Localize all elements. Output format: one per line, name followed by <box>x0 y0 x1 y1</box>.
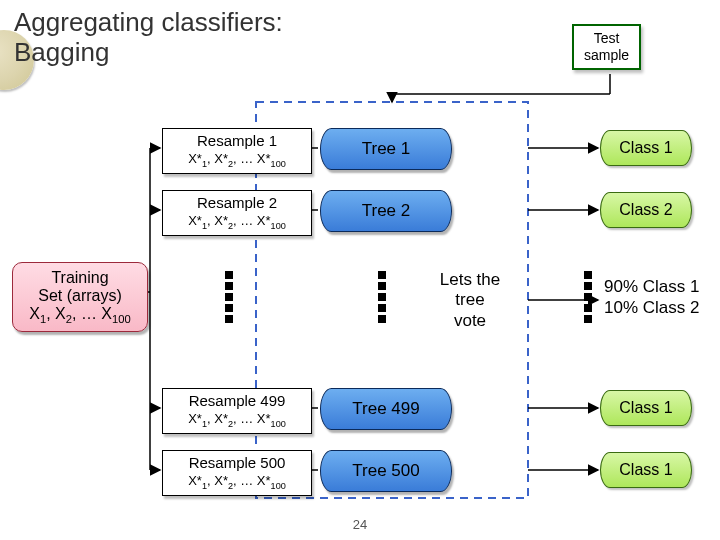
tree-label: Tree 1 <box>362 139 411 158</box>
vertical-ellipsis-right <box>584 268 592 326</box>
resample-vars: X*1, X*2, … X*100 <box>188 473 286 488</box>
tree-label: Tree 500 <box>352 461 419 480</box>
test-sample-l2: sample <box>584 47 629 63</box>
slide-number: 24 <box>0 517 720 532</box>
resample-box-2: Resample 2 X*1, X*2, … X*100 <box>162 190 312 236</box>
test-sample-l1: Test <box>594 30 620 46</box>
resample-title: Resample 2 <box>197 194 277 211</box>
class-label: Class 2 <box>619 201 672 218</box>
vertical-ellipsis-left <box>225 268 233 326</box>
result-l2: 10% Class 2 <box>604 298 699 317</box>
class-box-2: Class 2 <box>600 192 692 228</box>
vote-l2: tree <box>455 290 484 309</box>
resample-box-1: Resample 1 X*1, X*2, … X*100 <box>162 128 312 174</box>
vertical-ellipsis-mid <box>378 268 386 326</box>
vote-l1: Lets the <box>440 270 501 289</box>
title-line-1: Aggregating classifiers: <box>14 7 283 37</box>
resample-vars: X*1, X*2, … X*100 <box>188 411 286 426</box>
class-label: Class 1 <box>619 399 672 416</box>
tree-box-2: Tree 2 <box>320 190 452 232</box>
title-line-2: Bagging <box>14 37 109 67</box>
training-l1: Training <box>51 269 108 286</box>
tree-label: Tree 499 <box>352 399 419 418</box>
resample-vars: X*1, X*2, … X*100 <box>188 213 286 228</box>
tree-box-1: Tree 1 <box>320 128 452 170</box>
resample-title: Resample 499 <box>189 392 286 409</box>
vote-l3: vote <box>454 311 486 330</box>
tree-box-500: Tree 500 <box>320 450 452 492</box>
training-l3: X1, X2, … X100 <box>29 305 130 322</box>
resample-vars: X*1, X*2, … X*100 <box>188 151 286 166</box>
training-l2: Set (arrays) <box>38 287 122 304</box>
resample-box-499: Resample 499 X*1, X*2, … X*100 <box>162 388 312 434</box>
class-box-1: Class 1 <box>600 130 692 166</box>
test-sample-box: Test sample <box>572 24 641 70</box>
resample-title: Resample 500 <box>189 454 286 471</box>
class-box-500: Class 1 <box>600 452 692 488</box>
class-label: Class 1 <box>619 461 672 478</box>
slide-title: Aggregating classifiers: Bagging <box>14 8 283 68</box>
result-text: 90% Class 1 10% Class 2 <box>604 276 699 319</box>
class-box-499: Class 1 <box>600 390 692 426</box>
tree-box-499: Tree 499 <box>320 388 452 430</box>
class-label: Class 1 <box>619 139 672 156</box>
vote-text: Lets the tree vote <box>420 270 520 331</box>
training-set-box: Training Set (arrays) X1, X2, … X100 <box>12 262 148 332</box>
result-l1: 90% Class 1 <box>604 277 699 296</box>
resample-title: Resample 1 <box>197 132 277 149</box>
tree-label: Tree 2 <box>362 201 411 220</box>
resample-box-500: Resample 500 X*1, X*2, … X*100 <box>162 450 312 496</box>
